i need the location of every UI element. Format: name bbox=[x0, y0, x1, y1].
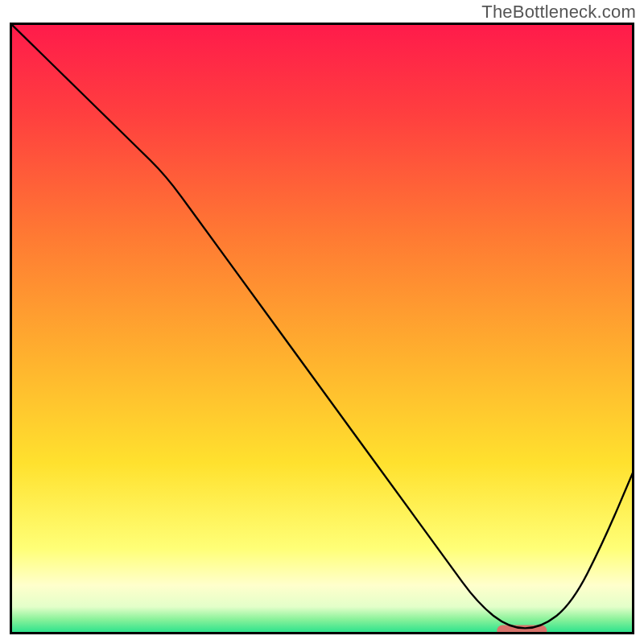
plot-area bbox=[10, 23, 634, 634]
chart-container: TheBottleneck.com bbox=[0, 0, 644, 644]
chart-svg bbox=[10, 23, 634, 634]
watermark-text: TheBottleneck.com bbox=[481, 2, 636, 23]
